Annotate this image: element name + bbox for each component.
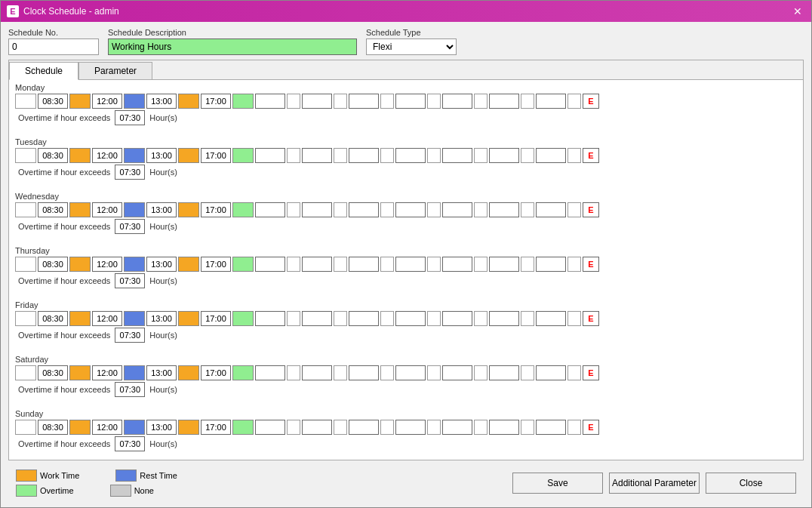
time-3-2[interactable] xyxy=(92,257,122,272)
time-0-1[interactable] xyxy=(38,94,68,109)
time-5-5[interactable] xyxy=(255,365,285,380)
time-4-9[interactable] xyxy=(442,311,472,326)
extra-box-2-3[interactable] xyxy=(380,202,394,217)
time-2-11[interactable] xyxy=(536,202,566,217)
time-0-7[interactable] xyxy=(349,94,379,109)
extra-box-6-2[interactable] xyxy=(334,420,347,435)
extra-box-0-7[interactable] xyxy=(567,94,581,109)
time-6-10[interactable] xyxy=(489,420,519,435)
time-3-6[interactable] xyxy=(302,257,332,272)
time-1-3[interactable] xyxy=(146,148,177,163)
time-0-8[interactable] xyxy=(395,94,426,109)
extra-box-1-5[interactable] xyxy=(474,148,488,163)
time-6-2[interactable] xyxy=(92,420,122,435)
time-6-5[interactable] xyxy=(255,420,285,435)
time-2-6[interactable] xyxy=(302,202,332,217)
extra-box-4-6[interactable] xyxy=(521,311,534,326)
extra-box-0-3[interactable] xyxy=(380,94,394,109)
extra-box-0-1[interactable] xyxy=(287,94,300,109)
extra-box-6-7[interactable] xyxy=(567,420,581,435)
time-4-6[interactable] xyxy=(302,311,332,326)
e-button-tuesday[interactable]: E xyxy=(583,148,599,163)
time-3-7[interactable] xyxy=(349,257,379,272)
e-button-thursday[interactable]: E xyxy=(583,257,599,272)
extra-box-2-6[interactable] xyxy=(521,202,534,217)
e-button-saturday[interactable]: E xyxy=(583,365,599,380)
time-4-5[interactable] xyxy=(255,311,285,326)
extra-box-3-7[interactable] xyxy=(567,257,581,272)
extra-box-4-7[interactable] xyxy=(567,311,581,326)
time-4-1[interactable] xyxy=(38,311,68,326)
time-1-4[interactable] xyxy=(201,148,231,163)
time-4-8[interactable] xyxy=(395,311,426,326)
overtime-input-2[interactable] xyxy=(115,219,145,234)
time-0-5[interactable] xyxy=(255,94,285,109)
overtime-input-6[interactable] xyxy=(115,436,145,451)
time-2-8[interactable] xyxy=(395,202,426,217)
e-button-sunday[interactable]: E xyxy=(583,420,599,435)
extra-box-6-4[interactable] xyxy=(427,420,441,435)
time-1-9[interactable] xyxy=(442,148,472,163)
overtime-input-1[interactable] xyxy=(115,165,145,180)
extra-box-1-2[interactable] xyxy=(334,148,347,163)
time-4-3[interactable] xyxy=(146,311,177,326)
time-2-5[interactable] xyxy=(255,202,285,217)
save-button[interactable]: Save xyxy=(512,473,603,494)
time-3-1[interactable] xyxy=(38,257,68,272)
pre-box-5-1[interactable] xyxy=(15,365,36,380)
time-0-9[interactable] xyxy=(442,94,472,109)
tab-schedule[interactable]: Schedule xyxy=(9,62,78,80)
extra-box-6-3[interactable] xyxy=(380,420,394,435)
schedule-type-select[interactable]: Flexi xyxy=(366,38,457,55)
time-5-8[interactable] xyxy=(395,365,426,380)
extra-box-1-6[interactable] xyxy=(521,148,534,163)
time-0-2[interactable] xyxy=(92,94,122,109)
overtime-input-0[interactable] xyxy=(115,110,145,125)
extra-box-5-4[interactable] xyxy=(427,365,441,380)
time-1-8[interactable] xyxy=(395,148,426,163)
extra-box-4-5[interactable] xyxy=(474,311,488,326)
close-window-button[interactable]: ✕ xyxy=(790,4,805,19)
extra-box-0-4[interactable] xyxy=(427,94,441,109)
extra-box-4-2[interactable] xyxy=(334,311,347,326)
time-6-6[interactable] xyxy=(302,420,332,435)
extra-box-1-1[interactable] xyxy=(287,148,300,163)
overtime-input-3[interactable] xyxy=(115,273,145,288)
extra-box-6-1[interactable] xyxy=(287,420,300,435)
time-5-11[interactable] xyxy=(536,365,566,380)
time-0-10[interactable] xyxy=(489,94,519,109)
time-1-10[interactable] xyxy=(489,148,519,163)
time-6-8[interactable] xyxy=(395,420,426,435)
time-1-1[interactable] xyxy=(38,148,68,163)
time-5-6[interactable] xyxy=(302,365,332,380)
time-6-1[interactable] xyxy=(38,420,68,435)
time-0-4[interactable] xyxy=(201,94,231,109)
time-6-11[interactable] xyxy=(536,420,566,435)
time-2-2[interactable] xyxy=(92,202,122,217)
extra-box-0-2[interactable] xyxy=(334,94,347,109)
time-5-7[interactable] xyxy=(349,365,379,380)
close-button[interactable]: Close xyxy=(706,473,796,494)
pre-box-1-1[interactable] xyxy=(15,148,36,163)
e-button-friday[interactable]: E xyxy=(583,311,599,326)
time-3-10[interactable] xyxy=(489,257,519,272)
extra-box-3-4[interactable] xyxy=(427,257,441,272)
pre-box-6-1[interactable] xyxy=(15,420,36,435)
time-3-5[interactable] xyxy=(255,257,285,272)
time-4-11[interactable] xyxy=(536,311,566,326)
extra-box-6-5[interactable] xyxy=(474,420,488,435)
extra-box-0-5[interactable] xyxy=(474,94,488,109)
extra-box-3-3[interactable] xyxy=(380,257,394,272)
time-1-5[interactable] xyxy=(255,148,285,163)
time-1-7[interactable] xyxy=(349,148,379,163)
e-button-monday[interactable]: E xyxy=(583,94,599,109)
additional-parameter-button[interactable]: Additional Parameter xyxy=(609,473,700,494)
time-3-9[interactable] xyxy=(442,257,472,272)
time-1-11[interactable] xyxy=(536,148,566,163)
time-1-6[interactable] xyxy=(302,148,332,163)
time-4-4[interactable] xyxy=(201,311,231,326)
extra-box-2-4[interactable] xyxy=(427,202,441,217)
extra-box-2-5[interactable] xyxy=(474,202,488,217)
schedule-no-input[interactable] xyxy=(8,38,99,55)
extra-box-2-2[interactable] xyxy=(334,202,347,217)
